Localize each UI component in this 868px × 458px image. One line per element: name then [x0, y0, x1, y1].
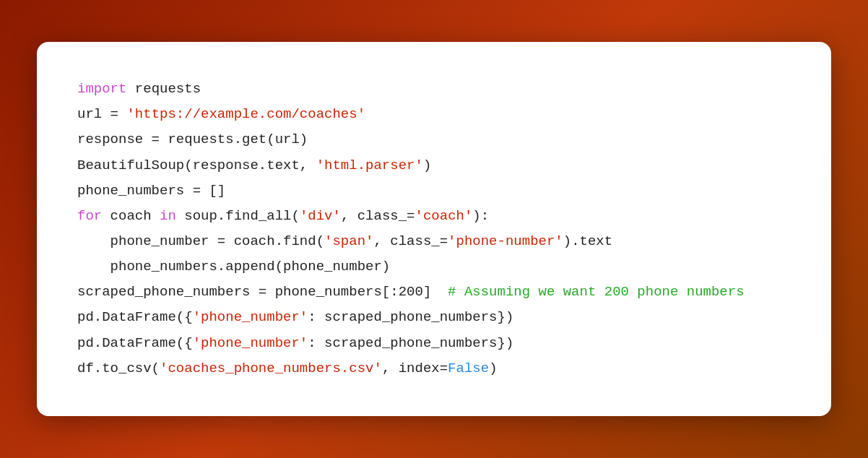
code-token-str: 'span' — [324, 233, 373, 249]
code-line: pd.DataFrame({'phone_number': scraped_ph… — [77, 331, 791, 356]
code-token-kw-false: False — [448, 360, 489, 376]
code-token-str: 'phone_number' — [193, 309, 308, 325]
code-window: import requestsurl = 'https://example.co… — [37, 42, 831, 416]
code-line: pd.DataFrame({'phone_number': scraped_ph… — [77, 305, 791, 330]
code-token-plain: BeautifulSoup(response.text, — [77, 157, 316, 173]
code-token-plain: ) — [489, 360, 497, 376]
code-token-plain: url = — [77, 106, 126, 122]
code-token-str: 'phone-number' — [448, 233, 563, 249]
code-line: phone_numbers.append(phone_number) — [77, 254, 791, 280]
code-token-kw-import: import — [77, 81, 126, 97]
code-token-plain: df.to_csv( — [77, 360, 160, 376]
code-token-plain: response = requests.get(url) — [77, 131, 308, 147]
code-line: scraped_phone_numbers = phone_numbers[:2… — [77, 280, 791, 305]
code-token-plain: phone_number = coach.find( — [77, 233, 324, 249]
code-line: df.to_csv('coaches_phone_numbers.csv', i… — [77, 356, 791, 381]
code-token-str: 'html.parser' — [316, 157, 423, 173]
code-token-plain: soup.find_all( — [176, 208, 300, 224]
code-token-plain: : scraped_phone_numbers}) — [308, 309, 513, 325]
code-token-plain: ) — [423, 157, 431, 173]
code-token-plain: : scraped_phone_numbers}) — [308, 335, 513, 351]
code-block: import requestsurl = 'https://example.co… — [77, 77, 791, 381]
code-token-plain: , index= — [382, 360, 448, 376]
code-token-comment: # Assuming we want 200 phone numbers — [448, 284, 744, 300]
code-token-str: 'coach' — [415, 208, 473, 224]
code-line: phone_number = coach.find('span', class_… — [77, 229, 791, 254]
code-token-plain: pd.DataFrame({ — [77, 335, 193, 351]
code-token-plain: pd.DataFrame({ — [77, 309, 193, 325]
code-token-plain: phone_numbers = [] — [77, 183, 225, 199]
code-token-plain: requests — [126, 81, 201, 97]
code-token-str: 'div' — [300, 208, 341, 224]
code-line: url = 'https://example.com/coaches' — [77, 102, 791, 127]
code-line: phone_numbers = [] — [77, 178, 791, 204]
code-line: BeautifulSoup(response.text, 'html.parse… — [77, 153, 791, 178]
code-token-str: 'https://example.com/coaches' — [126, 106, 365, 122]
code-token-str: 'coaches_phone_numbers.csv' — [160, 360, 382, 376]
code-line: for coach in soup.find_all('div', class_… — [77, 204, 791, 229]
code-token-plain: , class_= — [373, 233, 448, 249]
code-token-plain: , class_= — [341, 208, 415, 224]
code-token-plain: phone_numbers.append(phone_number) — [77, 259, 390, 275]
code-token-kw-for: for — [77, 208, 102, 224]
code-token-plain: coach — [102, 208, 160, 224]
code-line: response = requests.get(url) — [77, 127, 791, 152]
code-line: import requests — [77, 77, 791, 102]
code-token-plain: ).text — [563, 233, 612, 249]
code-token-plain: scraped_phone_numbers = phone_numbers[:2… — [77, 284, 448, 300]
code-token-kw-in: in — [160, 208, 176, 224]
code-token-str: 'phone_number' — [193, 335, 308, 351]
code-token-plain: ): — [472, 208, 489, 224]
